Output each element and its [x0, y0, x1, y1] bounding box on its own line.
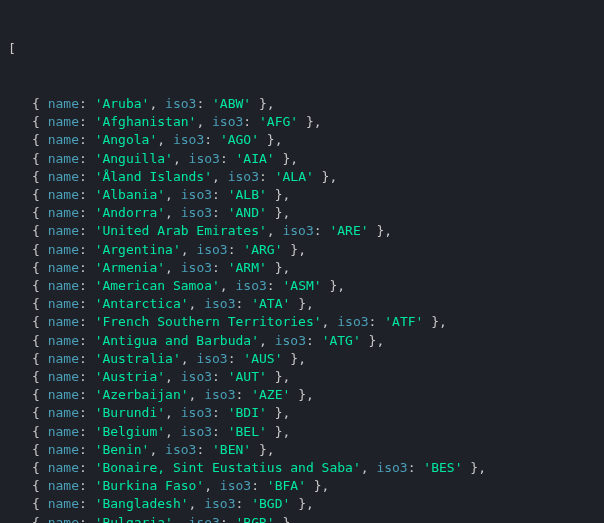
row-open: {: [32, 515, 48, 523]
sep: ,: [189, 496, 205, 511]
key-name: name: [48, 405, 79, 420]
country-iso3: 'AUS': [243, 351, 282, 366]
colon: :: [79, 442, 95, 457]
key-iso3: iso3: [204, 387, 235, 402]
colon: :: [79, 223, 95, 238]
country-name: 'United Arab Emirates': [95, 223, 267, 238]
key-name: name: [48, 496, 79, 511]
sep: ,: [149, 442, 165, 457]
colon: :: [79, 460, 95, 475]
code-row: { name: 'Angola', iso3: 'AGO' },: [8, 131, 596, 149]
row-close: },: [290, 496, 313, 511]
key-iso3: iso3: [228, 169, 259, 184]
key-name: name: [48, 96, 79, 111]
colon: :: [212, 187, 228, 202]
row-close: },: [282, 242, 305, 257]
colon: :: [79, 387, 95, 402]
colon: :: [220, 151, 236, 166]
sep: ,: [149, 96, 165, 111]
key-iso3: iso3: [181, 405, 212, 420]
key-iso3: iso3: [282, 223, 313, 238]
colon: :: [79, 333, 95, 348]
key-iso3: iso3: [196, 242, 227, 257]
key-iso3: iso3: [236, 278, 267, 293]
country-iso3: 'AGO': [220, 132, 259, 147]
code-row: { name: 'Bonaire, Sint Eustatius and Sab…: [8, 459, 596, 477]
colon: :: [196, 96, 212, 111]
country-name: 'American Samoa': [95, 278, 220, 293]
key-iso3: iso3: [212, 114, 243, 129]
row-close: },: [267, 405, 290, 420]
key-name: name: [48, 278, 79, 293]
colon: :: [79, 515, 95, 523]
colon: :: [79, 260, 95, 275]
row-close: },: [267, 424, 290, 439]
row-open: {: [32, 496, 48, 511]
row-close: },: [306, 478, 329, 493]
row-open: {: [32, 169, 48, 184]
row-open: {: [32, 351, 48, 366]
country-iso3: 'ATA': [251, 296, 290, 311]
key-name: name: [48, 260, 79, 275]
code-row: { name: 'Burkina Faso', iso3: 'BFA' },: [8, 477, 596, 495]
colon: :: [251, 478, 267, 493]
country-iso3: 'AUT': [228, 369, 267, 384]
key-name: name: [48, 387, 79, 402]
colon: :: [79, 351, 95, 366]
colon: :: [79, 114, 95, 129]
country-name: 'Angola': [95, 132, 158, 147]
sep: ,: [165, 187, 181, 202]
country-iso3: 'ARM': [228, 260, 267, 275]
colon: :: [79, 151, 95, 166]
colon: :: [306, 333, 322, 348]
sep: ,: [204, 478, 220, 493]
key-name: name: [48, 114, 79, 129]
row-open: {: [32, 405, 48, 420]
key-iso3: iso3: [181, 187, 212, 202]
country-name: 'Bulgaria': [95, 515, 173, 523]
row-close: },: [251, 442, 274, 457]
colon: :: [79, 169, 95, 184]
country-name: 'Bonaire, Sint Eustatius and Saba': [95, 460, 361, 475]
key-iso3: iso3: [220, 478, 251, 493]
sep: ,: [220, 278, 236, 293]
code-row: { name: 'Bangladesh', iso3: 'BGD' },: [8, 495, 596, 513]
sep: ,: [189, 387, 205, 402]
key-name: name: [48, 460, 79, 475]
country-iso3: 'BES': [423, 460, 462, 475]
colon: :: [79, 296, 95, 311]
row-open: {: [32, 460, 48, 475]
country-name: 'Afghanistan': [95, 114, 197, 129]
key-name: name: [48, 478, 79, 493]
country-iso3: 'ARE': [329, 223, 368, 238]
row-close: },: [267, 205, 290, 220]
row-open: {: [32, 205, 48, 220]
colon: :: [79, 496, 95, 511]
sep: ,: [181, 351, 197, 366]
colon: :: [79, 405, 95, 420]
code-row: { name: 'Armenia', iso3: 'ARM' },: [8, 259, 596, 277]
sep: ,: [259, 333, 275, 348]
key-name: name: [48, 333, 79, 348]
row-open: {: [32, 223, 48, 238]
colon: :: [79, 369, 95, 384]
row-close: },: [267, 260, 290, 275]
colon: :: [79, 187, 95, 202]
code-row: { name: 'Australia', iso3: 'AUS' },: [8, 350, 596, 368]
code-row: { name: 'Bulgaria', iso3: 'BGR' },: [8, 514, 596, 523]
country-iso3: 'BFA': [267, 478, 306, 493]
code-row: { name: 'Anguilla', iso3: 'AIA' },: [8, 150, 596, 168]
row-open: {: [32, 242, 48, 257]
key-iso3: iso3: [165, 96, 196, 111]
key-name: name: [48, 442, 79, 457]
key-iso3: iso3: [196, 351, 227, 366]
sep: ,: [196, 114, 212, 129]
row-open: {: [32, 314, 48, 329]
colon: :: [228, 351, 244, 366]
sep: ,: [212, 169, 228, 184]
country-name: 'Albania': [95, 187, 165, 202]
key-iso3: iso3: [337, 314, 368, 329]
code-row: { name: 'Andorra', iso3: 'AND' },: [8, 204, 596, 222]
key-name: name: [48, 296, 79, 311]
code-row: { name: 'United Arab Emirates', iso3: 'A…: [8, 222, 596, 240]
